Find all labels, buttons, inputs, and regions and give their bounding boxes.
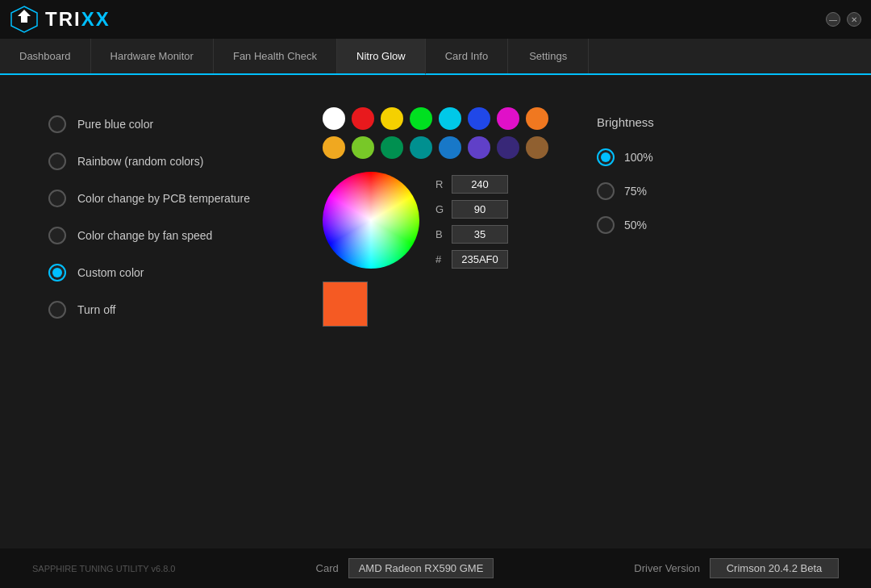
minimize-button[interactable]: —: [826, 12, 840, 27]
g-input[interactable]: [452, 200, 508, 219]
card-value: AMD Radeon RX590 GME: [348, 558, 494, 578]
nav-settings[interactable]: Settings: [508, 39, 589, 73]
selected-color-swatch[interactable]: [323, 281, 368, 327]
option-fan-speed-label: Color change by fan speed: [77, 229, 212, 242]
swatch-medium-blue[interactable]: [439, 136, 461, 159]
b-input[interactable]: [452, 225, 508, 244]
logo: TRIXX: [10, 5, 110, 34]
swatch-dark-purple[interactable]: [497, 136, 519, 159]
option-turn-off[interactable]: Turn off: [48, 301, 274, 319]
radio-brightness-100: [597, 148, 615, 166]
brightness-75[interactable]: 75%: [597, 182, 654, 200]
option-turn-off-label: Turn off: [77, 303, 115, 316]
footer-card-section: Card AMD Radeon RX590 GME: [316, 558, 494, 578]
swatch-white[interactable]: [323, 107, 345, 130]
g-row: G: [436, 200, 508, 219]
color-options: Pure blue color Rainbow (random colors) …: [48, 107, 274, 327]
brightness-50[interactable]: 50%: [597, 216, 654, 234]
nav-card-info[interactable]: Card Info: [426, 39, 508, 73]
nav-bar: Dashboard Hardware Monitor Fan Health Ch…: [0, 39, 871, 75]
r-row: R: [436, 175, 508, 194]
b-label: B: [436, 228, 445, 240]
radio-pure-blue: [48, 115, 66, 133]
color-wheel[interactable]: [323, 172, 419, 269]
brightness-50-label: 50%: [624, 219, 647, 231]
footer-driver-section: Driver Version Crimson 20.4.2 Beta: [634, 558, 839, 578]
driver-value: Crimson 20.4.2 Beta: [710, 558, 839, 578]
swatch-blue[interactable]: [468, 107, 490, 130]
swatch-light-orange[interactable]: [323, 136, 345, 159]
color-wheel-container: R G B #: [323, 172, 508, 269]
r-input[interactable]: [452, 175, 508, 194]
radio-brightness-75: [597, 182, 615, 200]
b-row: B: [436, 225, 508, 244]
swatch-row-1: [323, 107, 548, 130]
app-title: TRIXX: [45, 8, 110, 31]
swatch-dark-green[interactable]: [381, 136, 403, 159]
logo-icon: [10, 5, 39, 34]
option-pcb-temp[interactable]: Color change by PCB temperature: [48, 190, 274, 207]
option-custom-label: Custom color: [77, 266, 144, 279]
close-button[interactable]: ✕: [847, 12, 861, 27]
option-pure-blue[interactable]: Pure blue color: [48, 115, 274, 133]
swatch-teal[interactable]: [410, 136, 432, 159]
rgb-inputs: R G B #: [436, 172, 508, 269]
swatch-yellow[interactable]: [381, 107, 403, 130]
driver-label: Driver Version: [634, 562, 700, 574]
swatch-brown[interactable]: [526, 136, 548, 159]
hex-input[interactable]: [452, 250, 508, 269]
swatch-red[interactable]: [352, 107, 374, 130]
r-label: R: [436, 178, 445, 190]
footer: SAPPHIRE TUNING UTILITY v6.8.0 Card AMD …: [0, 548, 871, 588]
radio-pcb-temp: [48, 190, 66, 207]
brightness-title: Brightness: [597, 115, 654, 129]
option-rainbow-label: Rainbow (random colors): [77, 155, 203, 168]
radio-rainbow: [48, 152, 66, 170]
option-custom[interactable]: Custom color: [48, 264, 274, 281]
nav-nitro-glow[interactable]: Nitro Glow: [337, 39, 426, 75]
option-pure-blue-label: Pure blue color: [77, 118, 153, 131]
brightness-75-label: 75%: [624, 185, 647, 198]
radio-custom: [48, 264, 66, 281]
radio-brightness-50: [597, 216, 615, 234]
brightness-panel: Brightness 100% 75% 50%: [597, 107, 654, 327]
swatch-cyan[interactable]: [439, 107, 461, 130]
hex-row: #: [436, 250, 508, 269]
swatch-orange[interactable]: [526, 107, 548, 130]
swatch-green[interactable]: [410, 107, 432, 130]
color-picker-area: R G B #: [323, 107, 548, 327]
nav-fan-health-check[interactable]: Fan Health Check: [214, 39, 337, 73]
window-controls: — ✕: [826, 12, 861, 27]
nav-dashboard[interactable]: Dashboard: [0, 39, 91, 73]
card-label: Card: [316, 562, 339, 574]
option-fan-speed[interactable]: Color change by fan speed: [48, 227, 274, 244]
swatch-magenta[interactable]: [497, 107, 519, 130]
color-swatches: [323, 107, 548, 159]
g-label: G: [436, 203, 445, 215]
swatch-row-2: [323, 136, 548, 159]
hash-label: #: [436, 253, 445, 265]
option-rainbow[interactable]: Rainbow (random colors): [48, 152, 274, 170]
radio-turn-off: [48, 301, 66, 319]
swatch-purple[interactable]: [468, 136, 490, 159]
svg-marker-1: [18, 10, 31, 23]
option-pcb-temp-label: Color change by PCB temperature: [77, 192, 250, 205]
nav-hardware-monitor[interactable]: Hardware Monitor: [91, 39, 214, 73]
utility-version: SAPPHIRE TUNING UTILITY v6.8.0: [32, 564, 175, 573]
radio-fan-speed: [48, 227, 66, 244]
brightness-100-label: 100%: [624, 151, 653, 164]
brightness-100[interactable]: 100%: [597, 148, 654, 166]
main-content: Pure blue color Rainbow (random colors) …: [0, 75, 871, 359]
title-bar: TRIXX — ✕: [0, 0, 871, 39]
swatch-lime[interactable]: [352, 136, 374, 159]
